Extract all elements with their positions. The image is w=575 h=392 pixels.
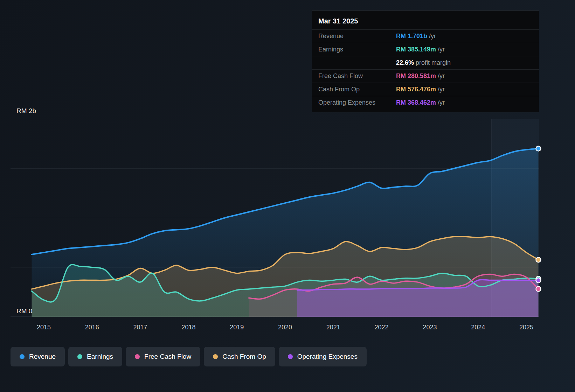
tooltip-date: Mar 31 2025: [312, 13, 539, 29]
chart-tooltip: Mar 31 2025 Revenue RM 1.701b /yr Earnin…: [312, 10, 539, 112]
tooltip-row-value: RM 576.476m /yr: [396, 86, 445, 93]
y-axis-label-top: RM 2b: [16, 107, 36, 115]
tooltip-row-label: Operating Expenses: [318, 99, 396, 106]
tooltip-row-value: 22.6% profit margin: [396, 59, 451, 66]
y-axis-label-zero: RM 0: [16, 307, 32, 315]
endpoint-marker-cash-from-op: [536, 257, 541, 262]
legend-item[interactable]: Earnings: [68, 347, 122, 366]
endpoint-marker-free-cash-flow: [536, 287, 541, 292]
tooltip-row: Free Cash Flow RM 280.581m /yr: [312, 69, 539, 83]
legend-color-dot: [288, 354, 293, 359]
tooltip-row-label: Free Cash Flow: [318, 72, 396, 80]
legend-color-dot: [77, 354, 82, 359]
legend-item[interactable]: Free Cash Flow: [126, 347, 200, 366]
tooltip-row-value: RM 280.581m /yr: [396, 72, 445, 80]
tooltip-row: Cash From Op RM 576.476m /yr: [312, 83, 539, 96]
tooltip-row-value: RM 368.462m /yr: [396, 99, 445, 106]
endpoint-marker-revenue: [536, 146, 541, 151]
legend-item[interactable]: Cash From Op: [204, 347, 275, 366]
legend-item-label: Free Cash Flow: [144, 353, 191, 360]
legend-item-label: Earnings: [87, 353, 113, 360]
legend-item-label: Revenue: [29, 353, 56, 360]
tooltip-row-value: RM 1.701b /yr: [396, 33, 436, 40]
tooltip-row: 22.6% profit margin: [312, 56, 539, 69]
legend-item[interactable]: Operating Expenses: [279, 347, 367, 366]
legend: Revenue Earnings Free Cash Flow Cash Fro…: [11, 347, 367, 366]
legend-color-dot: [135, 354, 140, 359]
chart-page: RM 2b RM 0 20152016201720182019202020212…: [0, 0, 575, 392]
tooltip-row-value: RM 385.149m /yr: [396, 46, 445, 53]
legend-item[interactable]: Revenue: [11, 347, 65, 366]
tooltip-rows: Revenue RM 1.701b /yr Earnings RM 385.14…: [312, 29, 539, 109]
endpoint-marker-operating-expenses: [536, 278, 541, 283]
legend-color-dot: [20, 354, 25, 359]
tooltip-row-label: Revenue: [318, 33, 396, 40]
tooltip-row-label: Cash From Op: [318, 86, 396, 93]
legend-color-dot: [213, 354, 218, 359]
tooltip-row-label: Earnings: [318, 46, 396, 53]
tooltip-row: Earnings RM 385.149m /yr: [312, 43, 539, 56]
legend-item-label: Cash From Op: [222, 353, 266, 360]
legend-item-label: Operating Expenses: [297, 353, 358, 360]
tooltip-row: Revenue RM 1.701b /yr: [312, 29, 539, 43]
tooltip-row: Operating Expenses RM 368.462m /yr: [312, 96, 539, 109]
